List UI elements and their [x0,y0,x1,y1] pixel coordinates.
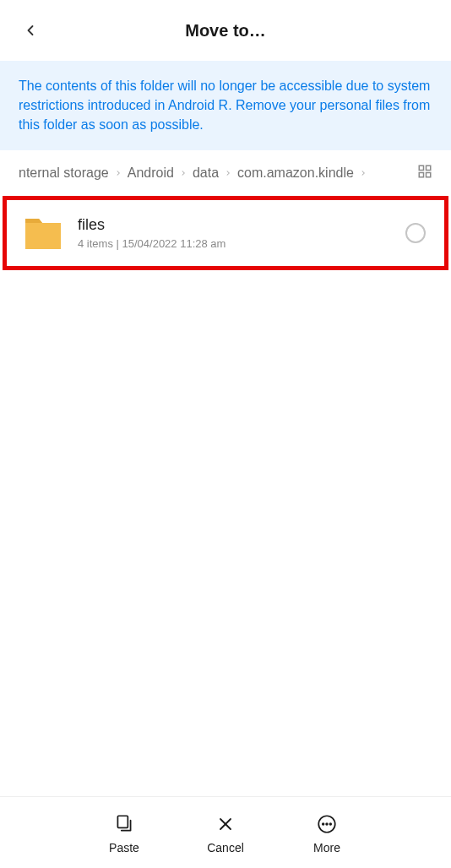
chevron-right-icon [114,169,122,177]
svg-rect-1 [427,165,431,170]
folder-icon [22,212,64,254]
svg-rect-4 [117,816,128,827]
svg-rect-0 [419,165,423,170]
svg-point-9 [326,823,328,825]
more-button[interactable]: More [302,812,352,854]
warning-banner: The contents of this folder will no long… [0,61,451,150]
svg-rect-3 [427,172,431,176]
chevron-left-icon [22,22,39,39]
paste-icon [113,813,135,835]
cancel-button[interactable]: Cancel [200,812,251,854]
chevron-right-icon [224,169,232,177]
grid-view-toggle[interactable] [417,164,432,182]
highlighted-row: files 4 items | 15/04/2022 11:28 am [3,196,448,270]
chevron-right-icon [179,169,187,177]
page-title: Move to… [185,21,266,41]
folder-info: files 4 items | 15/04/2022 11:28 am [78,216,392,250]
more-label: More [313,841,340,854]
svg-point-8 [323,823,324,825]
back-button[interactable] [14,14,47,47]
folder-name: files [78,216,392,234]
chevron-right-icon [359,169,367,177]
paste-label: Paste [109,841,139,854]
folder-meta: 4 items | 15/04/2022 11:28 am [78,237,392,250]
select-radio[interactable] [405,223,426,243]
folder-row[interactable]: files 4 items | 15/04/2022 11:28 am [7,200,444,266]
paste-button[interactable]: Paste [99,812,149,854]
cancel-label: Cancel [207,841,244,854]
grid-icon [417,164,432,179]
svg-rect-2 [419,172,423,176]
svg-point-10 [329,823,331,825]
header: Move to… [0,0,451,61]
breadcrumb-item-data[interactable]: data [193,165,219,181]
bottom-bar: Paste Cancel More [0,796,451,868]
content-spacer [0,270,451,796]
breadcrumb-item-android[interactable]: Android [128,165,174,181]
breadcrumb-item-kindle[interactable]: com.amazon.kindle [237,165,354,181]
close-icon [215,814,236,834]
breadcrumb: nternal storage Android data com.amazon.… [0,150,451,196]
more-icon [316,813,338,835]
breadcrumb-item-internal-storage[interactable]: nternal storage [19,165,109,181]
